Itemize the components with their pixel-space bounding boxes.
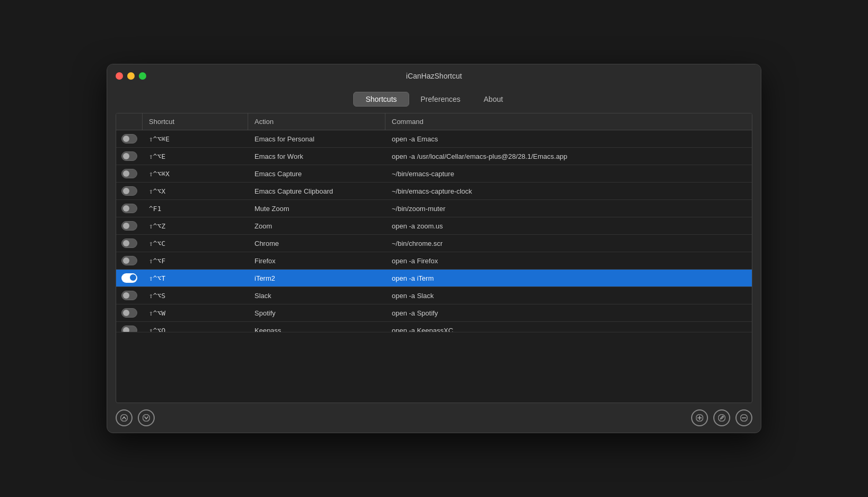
table-row[interactable]: ⇧^⌥⌘XEmacs Capture~/bin/emacs-capture <box>116 165 752 183</box>
toggle-knob <box>130 274 136 281</box>
command-cell: ~/bin/emacs-capture <box>385 166 752 181</box>
command-cell: open -a /usr/local/Cellar/emacs-plus@28/… <box>385 149 752 164</box>
remove-button[interactable] <box>735 409 752 426</box>
tab-preferences[interactable]: Preferences <box>409 92 472 107</box>
command-cell: open -a Spotify <box>385 305 752 321</box>
toggle-cell <box>116 252 143 269</box>
action-cell: Emacs for Work <box>248 149 385 164</box>
traffic-lights <box>116 72 146 80</box>
toggle-knob <box>123 257 129 264</box>
table-row[interactable]: ⇧^⌥ZZoomopen -a zoom.us <box>116 217 752 235</box>
action-cell: Emacs Capture <box>248 166 385 181</box>
svg-point-5 <box>719 415 725 422</box>
table-row[interactable]: ⇧^⌥WSpotifyopen -a Spotify <box>116 304 752 322</box>
tab-bar: Shortcuts Preferences About <box>107 88 761 113</box>
toggle-knob <box>123 327 129 332</box>
toggle-switch[interactable] <box>121 204 137 213</box>
toggle-knob <box>123 310 129 316</box>
toggle-switch[interactable] <box>121 221 137 231</box>
table-row[interactable]: ^F1Mute Zoom~/bin/zoom-muter <box>116 200 752 217</box>
action-cell: Emacs for Personal <box>248 131 385 147</box>
action-cell: Zoom <box>248 218 385 234</box>
toggle-knob <box>123 153 129 159</box>
toggle-cell <box>116 183 143 199</box>
action-cell: Firefox <box>248 253 385 269</box>
table-row[interactable]: ⇧^⌥FFirefoxopen -a Firefox <box>116 252 752 270</box>
shortcut-cell: ⇧^⌥T <box>143 271 248 286</box>
toggle-knob <box>123 240 129 246</box>
toggle-cell <box>116 322 143 332</box>
edit-button[interactable] <box>713 409 730 426</box>
move-down-button[interactable] <box>138 409 155 426</box>
move-up-button[interactable] <box>116 409 133 426</box>
col-header-action: Action <box>248 113 385 130</box>
svg-point-0 <box>121 415 128 422</box>
toggle-switch[interactable] <box>121 308 137 318</box>
table-header: Shortcut Action Command <box>116 113 752 130</box>
command-cell: open -a Slack <box>385 288 752 303</box>
toggle-cell <box>116 130 143 147</box>
minimize-button[interactable] <box>127 72 135 80</box>
toggle-switch[interactable] <box>121 169 137 178</box>
toggle-knob <box>123 170 129 177</box>
table-row[interactable]: ⇧^⌥OKeepassopen -a KeepassXC <box>116 322 752 332</box>
toggle-cell <box>116 200 143 217</box>
toggle-switch[interactable] <box>121 186 137 196</box>
table-body: ⇧^⌥⌘EEmacs for Personalopen -a Emacs⇧^⌥E… <box>116 130 752 403</box>
toggle-cell <box>116 165 143 182</box>
action-cell: Emacs Capture Clipboard <box>248 184 385 199</box>
toggle-cell <box>116 270 143 286</box>
action-buttons <box>691 409 752 426</box>
toggle-knob <box>123 136 129 142</box>
shortcut-cell: ⇧^⌥X <box>143 184 248 199</box>
toggle-switch[interactable] <box>121 134 137 144</box>
toggle-cell <box>116 148 143 165</box>
close-button[interactable] <box>116 72 123 80</box>
maximize-button[interactable] <box>139 72 146 80</box>
svg-point-1 <box>143 415 150 422</box>
command-cell: open -a KeepassXC <box>385 323 752 333</box>
shortcuts-table-container: Shortcut Action Command ⇧^⌥⌘EEmacs for P… <box>116 113 752 403</box>
table-row[interactable]: ⇧^⌥EEmacs for Workopen -a /usr/local/Cel… <box>116 148 752 165</box>
tab-about[interactable]: About <box>472 92 515 107</box>
table-row[interactable]: ⇧^⌥CChrome~/bin/chrome.scr <box>116 235 752 252</box>
table-row[interactable]: ⇧^⌥TiTerm2open -a iTerm <box>116 270 752 287</box>
edit-icon <box>718 414 725 422</box>
col-header-command: Command <box>385 113 752 130</box>
toggle-switch[interactable] <box>121 291 137 300</box>
action-cell: iTerm2 <box>248 271 385 286</box>
shortcut-cell: ⇧^⌥Z <box>143 218 248 234</box>
toggle-cell <box>116 287 143 304</box>
table-row[interactable]: ⇧^⌥SSlackopen -a Slack <box>116 287 752 304</box>
app-window: iCanHazShortcut Shortcuts Preferences Ab… <box>107 64 761 433</box>
toggle-knob <box>123 205 129 212</box>
toggle-switch[interactable] <box>121 256 137 265</box>
shortcut-cell: ⇧^⌥S <box>143 288 248 303</box>
toggle-knob <box>123 188 129 194</box>
toggle-switch[interactable] <box>121 238 137 248</box>
add-button[interactable] <box>691 409 708 426</box>
toggle-knob <box>123 292 129 299</box>
shortcut-cell: ⇧^⌥W <box>143 305 248 321</box>
command-cell: ~/bin/zoom-muter <box>385 201 752 216</box>
table-row[interactable]: ⇧^⌥XEmacs Capture Clipboard~/bin/emacs-c… <box>116 183 752 200</box>
toggle-switch[interactable] <box>121 326 137 332</box>
command-cell: ~/bin/chrome.scr <box>385 236 752 251</box>
action-cell: Spotify <box>248 305 385 321</box>
bottom-bar <box>107 403 761 433</box>
arrow-up-icon <box>120 414 128 422</box>
toggle-switch[interactable] <box>121 273 137 283</box>
command-cell: ~/bin/emacs-capture-clock <box>385 184 752 199</box>
toggle-switch[interactable] <box>121 151 137 161</box>
title-bar: iCanHazShortcut <box>107 64 761 88</box>
minus-icon <box>740 414 748 422</box>
shortcut-cell: ^F1 <box>143 201 248 216</box>
command-cell: open -a zoom.us <box>385 218 752 234</box>
shortcut-cell: ⇧^⌥E <box>143 149 248 164</box>
plus-icon <box>696 414 703 422</box>
tab-shortcuts[interactable]: Shortcuts <box>353 92 409 107</box>
table-row[interactable]: ⇧^⌥⌘EEmacs for Personalopen -a Emacs <box>116 130 752 148</box>
toggle-cell <box>116 217 143 234</box>
action-cell: Slack <box>248 288 385 303</box>
toggle-knob <box>123 223 129 229</box>
